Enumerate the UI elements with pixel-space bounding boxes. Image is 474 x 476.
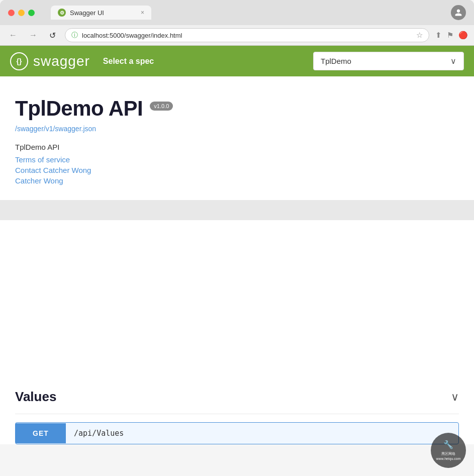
- swagger-brand-text: swagger: [33, 53, 90, 69]
- swagger-header: {} swagger Select a spec TplDemo ∨: [0, 46, 474, 76]
- main-content: TplDemo API v1.0.0 /swagger/v1/swagger.j…: [0, 76, 474, 378]
- tab-favicon-icon: ⚙: [58, 9, 66, 17]
- url-bar[interactable]: ⓘ localhost:5000/swagger/index.html ☆: [65, 28, 429, 42]
- contact-link[interactable]: Contact Catcher Wong: [15, 166, 459, 174]
- swagger-icon: {}: [10, 52, 28, 70]
- secure-icon: ⓘ: [71, 31, 78, 40]
- values-toggle-button[interactable]: ∨: [451, 391, 459, 404]
- select-spec-label: Select a spec: [103, 57, 154, 66]
- endpoint-row[interactable]: GET /api/Values: [15, 422, 459, 444]
- api-title-row: TplDemo API v1.0.0: [15, 97, 459, 121]
- spec-dropdown[interactable]: TplDemo ∨: [313, 52, 464, 70]
- back-button[interactable]: ←: [6, 30, 20, 41]
- values-header: Values ∨: [15, 378, 459, 414]
- minimize-button[interactable]: [18, 10, 25, 16]
- url-text: localhost:5000/swagger/index.html: [82, 32, 412, 39]
- watermark-line1: 黑区网络: [441, 451, 455, 456]
- watermark-icon: 🔧: [443, 439, 453, 450]
- api-spec-url[interactable]: /swagger/v1/swagger.json: [15, 125, 459, 133]
- api-title: TplDemo API: [15, 97, 143, 121]
- tab-close-button[interactable]: ×: [141, 9, 144, 16]
- api-description: TplDemo API: [15, 143, 459, 151]
- chevron-down-icon: ∨: [450, 56, 456, 66]
- spec-dropdown-value: TplDemo: [321, 57, 446, 65]
- tab-title: Swagger UI: [70, 9, 137, 17]
- values-section-title: Values: [15, 389, 56, 405]
- maximize-button[interactable]: [28, 10, 35, 16]
- values-section: Values ∨ GET /api/Values: [0, 378, 474, 444]
- endpoint-path: /api/Values: [66, 423, 132, 444]
- author-link[interactable]: Catcher Wong: [15, 176, 459, 185]
- browser-window: ⚙ Swagger UI × ← → ↺ ⓘ localhost:5000/sw…: [0, 0, 474, 46]
- extension-icon[interactable]: ⚑: [447, 31, 453, 40]
- api-title-section: TplDemo API v1.0.0 /swagger/v1/swagger.j…: [15, 97, 459, 133]
- watermark: 🔧 黑区网络 www.heiqu.com: [431, 433, 466, 468]
- address-actions: ⬆ ⚑ 🔴: [435, 31, 468, 40]
- tab-bar: ⚙ Swagger UI ×: [51, 6, 445, 20]
- bookmark-icon[interactable]: ☆: [416, 31, 423, 40]
- window-controls: [8, 10, 35, 16]
- account-avatar[interactable]: [451, 5, 466, 20]
- get-method-badge: GET: [16, 423, 66, 443]
- section-divider: [0, 200, 474, 220]
- share-icon[interactable]: ⬆: [435, 31, 442, 40]
- alert-icon[interactable]: 🔴: [458, 31, 468, 40]
- refresh-button[interactable]: ↺: [46, 30, 59, 41]
- terms-of-service-link[interactable]: Terms of service: [15, 155, 459, 164]
- version-badge: v1.0.0: [150, 102, 173, 111]
- watermark-line2: www.heiqu.com: [436, 456, 460, 461]
- browser-tab[interactable]: ⚙ Swagger UI ×: [51, 6, 151, 20]
- close-button[interactable]: [8, 10, 15, 16]
- swagger-logo: {} swagger: [10, 52, 90, 70]
- titlebar: ⚙ Swagger UI ×: [0, 0, 474, 25]
- address-bar: ← → ↺ ⓘ localhost:5000/swagger/index.htm…: [0, 25, 474, 46]
- forward-button[interactable]: →: [26, 30, 40, 41]
